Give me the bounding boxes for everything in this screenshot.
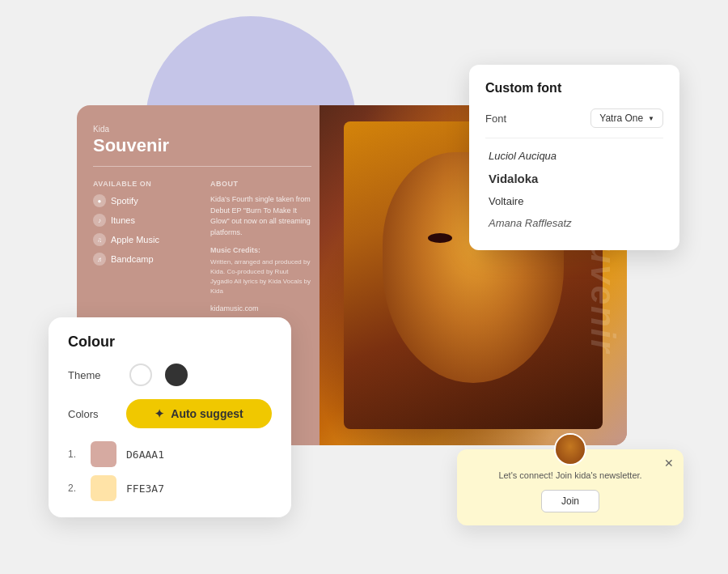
theme-dark-option[interactable] bbox=[165, 364, 188, 386]
font-options-list: Luciol Auciqua Vidaloka Voltaire Amana R… bbox=[485, 138, 663, 234]
about-header: ABOUT bbox=[210, 180, 311, 188]
platform-bandcamp-label: Bandcamp bbox=[111, 254, 154, 264]
about-col: ABOUT Kida's Fourth single taken from De… bbox=[210, 180, 311, 334]
platform-itunes-label: Itunes bbox=[111, 215, 135, 225]
colour-title: Colour bbox=[68, 334, 272, 351]
font-option-vidaloka[interactable]: Vidaloka bbox=[485, 167, 663, 190]
platforms-col: AVAILABLE ON ● Spotify ♪ Itunes ♫ Apple … bbox=[93, 180, 194, 334]
font-selector-row: Font Yatra One ▼ bbox=[485, 108, 663, 128]
colors-label: Colors bbox=[68, 408, 116, 420]
platform-bandcamp: ♬ Bandcamp bbox=[93, 253, 194, 266]
font-dropdown[interactable]: Yatra One ▼ bbox=[590, 108, 663, 128]
website-link[interactable]: kidamusic.com bbox=[210, 304, 311, 313]
itunes-icon: ♪ bbox=[93, 214, 106, 227]
color-swatches: 1. D6AAA1 2. FFE3A7 bbox=[68, 441, 272, 501]
font-label: Font bbox=[485, 113, 506, 125]
bandcamp-icon: ♬ bbox=[93, 253, 106, 266]
about-text: Kida's Fourth single taken from Debut EP… bbox=[210, 194, 311, 238]
platform-itunes: ♪ Itunes bbox=[93, 214, 194, 227]
credits-label: Music Credits: bbox=[210, 246, 311, 254]
swatch-1-number: 1. bbox=[68, 449, 81, 460]
auto-suggest-label: Auto suggest bbox=[171, 407, 243, 420]
auto-suggest-icon: ✦ bbox=[154, 407, 164, 420]
card-two-col: AVAILABLE ON ● Spotify ♪ Itunes ♫ Apple … bbox=[93, 180, 311, 334]
colors-row: Colors ✦ Auto suggest bbox=[68, 399, 272, 428]
custom-font-panel: Custom font Font Yatra One ▼ Luciol Auci… bbox=[469, 65, 679, 250]
card-divider bbox=[93, 166, 311, 167]
selected-font: Yatra One bbox=[599, 113, 643, 124]
album-title: Souvenir bbox=[93, 135, 311, 156]
platform-spotify-label: Spotify bbox=[111, 196, 138, 206]
apple-icon: ♫ bbox=[93, 233, 106, 246]
font-option-rafflesatz[interactable]: Amana Rafflesatz bbox=[485, 212, 663, 234]
swatch-2-color[interactable] bbox=[91, 475, 116, 501]
platform-apple-label: Apple Music bbox=[111, 235, 159, 244]
swatch-1-hex: D6AAA1 bbox=[126, 449, 164, 461]
swatch-row-1: 1. D6AAA1 bbox=[68, 441, 272, 467]
theme-light-option[interactable] bbox=[129, 364, 152, 386]
avatar-face bbox=[556, 435, 585, 464]
newsletter-popup: ✕ Let's connect! Join kida's newsletter.… bbox=[457, 449, 684, 525]
swatch-row-2: 2. FFE3A7 bbox=[68, 475, 272, 501]
dropdown-arrow-icon: ▼ bbox=[648, 115, 654, 122]
swatch-2-number: 2. bbox=[68, 483, 81, 494]
available-on-header: AVAILABLE ON bbox=[93, 180, 194, 188]
credits-text: Written, arranged and produced by Kida. … bbox=[210, 257, 311, 296]
platform-spotify: ● Spotify bbox=[93, 194, 194, 207]
platform-apple: ♫ Apple Music bbox=[93, 233, 194, 246]
auto-suggest-button[interactable]: ✦ Auto suggest bbox=[126, 399, 272, 428]
newsletter-avatar bbox=[554, 433, 586, 466]
colour-panel: Colour Theme Colors ✦ Auto suggest 1. D6… bbox=[49, 317, 291, 517]
font-option-voltaire[interactable]: Voltaire bbox=[485, 190, 663, 212]
artist-label: Kida bbox=[93, 125, 311, 134]
font-panel-title: Custom font bbox=[485, 81, 663, 96]
newsletter-text: Let's connect! Join kida's newsletter. bbox=[473, 470, 667, 480]
theme-label: Theme bbox=[68, 369, 116, 381]
swatch-2-hex: FFE3A7 bbox=[126, 483, 164, 495]
mask-eye-left bbox=[428, 233, 452, 243]
spotify-icon: ● bbox=[93, 194, 106, 207]
font-option-luciol[interactable]: Luciol Auciqua bbox=[485, 145, 663, 167]
newsletter-join-button[interactable]: Join bbox=[541, 490, 599, 512]
swatch-1-color[interactable] bbox=[91, 441, 116, 467]
theme-row: Theme bbox=[68, 364, 272, 386]
newsletter-close-button[interactable]: ✕ bbox=[664, 457, 674, 469]
